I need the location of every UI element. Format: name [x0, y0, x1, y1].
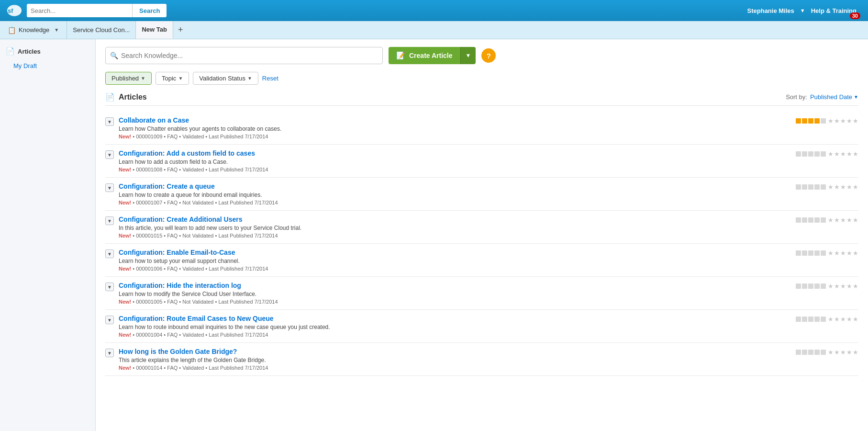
top-search-input[interactable] — [27, 4, 132, 17]
star-3[interactable]: ★ — [846, 250, 852, 257]
article-collapse-button[interactable]: ▼ — [105, 250, 114, 258]
stars[interactable]: ★★★★★ — [828, 183, 858, 191]
article-collapse-button[interactable]: ▼ — [105, 349, 114, 357]
article-title[interactable]: Configuration: Create a queue — [119, 182, 791, 190]
star-4[interactable]: ★ — [853, 283, 858, 290]
article-rating: ★★★★★ — [796, 216, 858, 224]
article-collapse-button[interactable]: ▼ — [105, 216, 114, 225]
star-0[interactable]: ★ — [828, 250, 834, 257]
article-description: Learn how to modify the Service Cloud Us… — [119, 291, 791, 297]
article-title[interactable]: Configuration: Enable Email-to-Case — [119, 249, 791, 256]
article-title[interactable]: Collaborate on a Case — [119, 116, 791, 124]
create-article-icon: 📝 — [396, 51, 405, 60]
star-1[interactable]: ★ — [834, 117, 840, 125]
knowledge-tab-icon: 📋 — [8, 26, 16, 34]
star-3[interactable]: ★ — [846, 316, 852, 323]
star-2[interactable]: ★ — [840, 183, 846, 191]
star-2[interactable]: ★ — [840, 216, 846, 224]
star-4[interactable]: ★ — [853, 216, 858, 224]
stars[interactable]: ★★★★★ — [828, 117, 858, 125]
star-3[interactable]: ★ — [846, 216, 852, 224]
stars[interactable]: ★★★★★ — [828, 349, 858, 356]
article-collapse-button[interactable]: ▼ — [105, 183, 114, 192]
article-collapse-button[interactable]: ▼ — [105, 316, 114, 324]
top-search-button[interactable]: Search — [132, 4, 167, 17]
stars[interactable]: ★★★★★ — [828, 283, 858, 290]
star-1[interactable]: ★ — [834, 216, 840, 224]
rating-bar-4 — [821, 151, 826, 157]
star-2[interactable]: ★ — [840, 316, 846, 323]
stars[interactable]: ★★★★★ — [828, 150, 858, 158]
star-1[interactable]: ★ — [834, 316, 840, 323]
tab-service-cloud[interactable]: Service Cloud Con... — [67, 21, 136, 39]
star-4[interactable]: ★ — [853, 349, 858, 356]
article-title[interactable]: Configuration: Create Additional Users — [119, 216, 791, 223]
star-0[interactable]: ★ — [828, 216, 834, 224]
stars[interactable]: ★★★★★ — [828, 316, 858, 323]
tab-new-tab[interactable]: New Tab — [136, 21, 173, 39]
star-3[interactable]: ★ — [846, 150, 852, 158]
star-3[interactable]: ★ — [846, 117, 852, 125]
article-title[interactable]: How long is the Golden Gate Bridge? — [119, 348, 791, 355]
star-1[interactable]: ★ — [834, 150, 840, 158]
stars[interactable]: ★★★★★ — [828, 216, 858, 224]
article-collapse-button[interactable]: ▼ — [105, 117, 114, 126]
star-4[interactable]: ★ — [853, 117, 858, 125]
star-0[interactable]: ★ — [828, 349, 834, 356]
article-title[interactable]: Configuration: Hide the interaction log — [119, 282, 791, 289]
articles-title: 📄 Articles — [105, 92, 147, 102]
star-4[interactable]: ★ — [853, 183, 858, 191]
star-4[interactable]: ★ — [853, 250, 858, 257]
star-2[interactable]: ★ — [840, 250, 846, 257]
star-3[interactable]: ★ — [846, 283, 852, 290]
new-badge: New! — [119, 134, 131, 139]
rating-bar-1 — [802, 217, 807, 223]
star-1[interactable]: ★ — [834, 283, 840, 290]
help-training-link[interactable]: Help & Training — [811, 7, 857, 14]
star-1[interactable]: ★ — [834, 250, 840, 257]
star-3[interactable]: ★ — [846, 183, 852, 191]
rating-bars — [796, 184, 826, 190]
star-0[interactable]: ★ — [828, 117, 834, 125]
star-2[interactable]: ★ — [840, 150, 846, 158]
rating-bar-4 — [821, 118, 826, 124]
star-2[interactable]: ★ — [840, 283, 846, 290]
star-3[interactable]: ★ — [846, 349, 852, 356]
create-article-dropdown-button[interactable]: ▼ — [460, 47, 476, 64]
star-2[interactable]: ★ — [840, 349, 846, 356]
filter-validation-button[interactable]: Validation Status ▼ — [193, 72, 258, 85]
star-2[interactable]: ★ — [840, 117, 846, 125]
star-0[interactable]: ★ — [828, 150, 834, 158]
filter-published-button[interactable]: Published ▼ — [105, 72, 152, 85]
sidebar-item-my-draft[interactable]: My Draft — [0, 59, 95, 72]
reset-filter-button[interactable]: Reset — [262, 75, 278, 82]
sort-by-field[interactable]: Published Date ▼ — [810, 93, 858, 101]
articles-header: 📄 Articles Sort by: Published Date ▼ — [105, 92, 858, 106]
star-1[interactable]: ★ — [834, 349, 840, 356]
user-name[interactable]: Stephanie Miles — [747, 7, 794, 14]
star-1[interactable]: ★ — [834, 183, 840, 191]
star-0[interactable]: ★ — [828, 283, 834, 290]
user-dropdown-icon[interactable]: ▼ — [800, 8, 805, 13]
create-article-button[interactable]: 📝 Create Article — [389, 47, 460, 64]
article-collapse-button[interactable]: ▼ — [105, 150, 114, 159]
sidebar-articles-header[interactable]: 📄 Articles — [0, 43, 95, 59]
article-collapse-button[interactable]: ▼ — [105, 283, 114, 291]
help-button[interactable]: ? — [481, 48, 496, 63]
filter-topic-button[interactable]: Topic ▼ — [156, 72, 189, 85]
article-title[interactable]: Configuration: Route Email Cases to New … — [119, 315, 791, 322]
articles-doc-icon: 📄 — [105, 92, 115, 102]
sidebar: 📄 Articles My Draft — [0, 39, 96, 431]
star-4[interactable]: ★ — [853, 316, 858, 323]
star-4[interactable]: ★ — [853, 150, 858, 158]
filter-topic-label: Topic — [162, 75, 176, 82]
knowledge-tab-dropdown[interactable]: ▼ — [52, 27, 61, 33]
article-title[interactable]: Configuration: Add a custom field to cas… — [119, 149, 791, 157]
stars[interactable]: ★★★★★ — [828, 250, 858, 257]
star-0[interactable]: ★ — [828, 316, 834, 323]
article-meta: New! • 000001004 • FAQ • Validated • Las… — [119, 332, 791, 338]
star-0[interactable]: ★ — [828, 183, 834, 191]
knowledge-search-input[interactable] — [105, 47, 383, 64]
tab-knowledge[interactable]: 📋 Knowledge ▼ — [2, 21, 67, 39]
add-tab-button[interactable]: + — [173, 21, 188, 39]
